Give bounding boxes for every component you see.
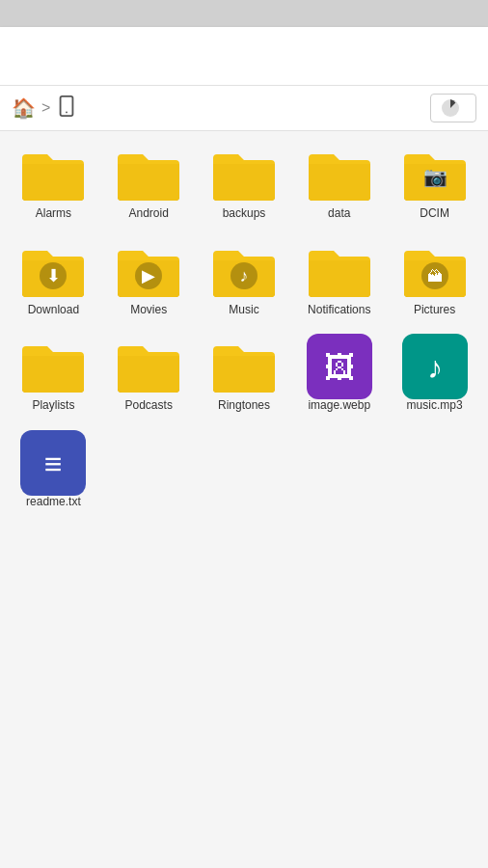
svg-text:▶: ▶ bbox=[142, 266, 155, 285]
folder-icon-android bbox=[116, 147, 181, 203]
svg-text:🏔: 🏔 bbox=[427, 268, 443, 285]
file-item-dcim[interactable]: 📷 DCIM bbox=[389, 141, 480, 228]
file-item-readme-txt[interactable]: ≡ readme.txt bbox=[8, 429, 99, 516]
file-label-notifications: Notifications bbox=[308, 303, 370, 318]
file-label-pictures: Pictures bbox=[414, 303, 455, 318]
folder-icon-movies: ▶ bbox=[116, 243, 181, 299]
svg-text:🖼: 🖼 bbox=[324, 350, 355, 385]
file-label-backups: backups bbox=[223, 206, 266, 222]
file-grid: Alarms Android backups data 📷 DCIM ⬇ Dow… bbox=[0, 131, 488, 525]
home-breadcrumb[interactable]: 🏠 bbox=[12, 96, 36, 120]
file-label-data: data bbox=[328, 206, 350, 222]
file-item-music-mp3[interactable]: ♪ music.mp3 bbox=[389, 333, 480, 420]
file-item-data[interactable]: data bbox=[293, 141, 385, 228]
folder-icon-pictures: 🏔 bbox=[402, 243, 468, 299]
file-item-music[interactable]: ♪ Music bbox=[199, 237, 290, 324]
file-item-alarms[interactable]: Alarms bbox=[8, 141, 99, 228]
file-label-download: Download bbox=[28, 303, 79, 318]
file-label-image-webp: image.webp bbox=[308, 398, 370, 414]
back-button[interactable] bbox=[8, 48, 23, 64]
file-icon-image-webp: 🖼 bbox=[307, 339, 372, 394]
storage-usage-badge bbox=[430, 94, 476, 122]
folder-icon-data bbox=[307, 147, 372, 203]
file-label-music: Music bbox=[229, 303, 258, 318]
breadcrumb-bar: 🏠 > bbox=[0, 85, 488, 131]
status-bar bbox=[0, 0, 488, 27]
file-label-playlists: Playlists bbox=[32, 398, 74, 414]
file-item-pictures[interactable]: 🏔 Pictures bbox=[389, 237, 480, 324]
svg-text:♪: ♪ bbox=[427, 350, 443, 385]
file-item-podcasts[interactable]: Podcasts bbox=[103, 333, 195, 420]
file-label-music-mp3: music.mp3 bbox=[407, 398, 463, 414]
file-label-readme-txt: readme.txt bbox=[26, 495, 81, 510]
file-item-ringtones[interactable]: Ringtones bbox=[199, 333, 290, 420]
svg-text:📷: 📷 bbox=[422, 165, 447, 188]
folder-icon-backups bbox=[211, 147, 277, 203]
folder-icon-music: ♪ bbox=[211, 243, 277, 299]
breadcrumb-chevron: > bbox=[41, 99, 50, 117]
file-label-movies: Movies bbox=[130, 303, 167, 318]
folder-icon-notifications bbox=[307, 243, 372, 299]
folder-icon-ringtones bbox=[211, 339, 277, 394]
file-item-android[interactable]: Android bbox=[103, 141, 195, 228]
svg-text:⬇: ⬇ bbox=[46, 266, 61, 285]
file-icon-music-mp3: ♪ bbox=[402, 339, 468, 394]
file-label-ringtones: Ringtones bbox=[218, 398, 270, 414]
folder-icon-download: ⬇ bbox=[20, 243, 86, 299]
file-icon-readme-txt: ≡ bbox=[20, 435, 86, 491]
folder-icon-playlists bbox=[20, 339, 86, 394]
more-options-button[interactable] bbox=[465, 48, 480, 64]
svg-text:≡: ≡ bbox=[44, 447, 63, 481]
storage-pie-chart bbox=[441, 98, 460, 118]
file-label-android: Android bbox=[129, 206, 169, 222]
file-label-dcim: DCIM bbox=[420, 206, 449, 222]
folder-icon-alarms bbox=[20, 147, 86, 203]
file-item-backups[interactable]: backups bbox=[199, 141, 290, 228]
app-bar bbox=[0, 27, 488, 85]
folder-icon-podcasts bbox=[116, 339, 181, 394]
file-item-image-webp[interactable]: 🖼 image.webp bbox=[293, 333, 385, 420]
file-item-download[interactable]: ⬇ Download bbox=[8, 237, 99, 324]
grid-view-button[interactable] bbox=[449, 48, 465, 64]
file-label-alarms: Alarms bbox=[36, 206, 71, 222]
svg-point-1 bbox=[66, 111, 68, 113]
folder-icon-dcim: 📷 bbox=[402, 147, 468, 203]
file-item-movies[interactable]: ▶ Movies bbox=[103, 237, 195, 324]
device-breadcrumb[interactable] bbox=[56, 95, 77, 122]
file-label-podcasts: Podcasts bbox=[125, 398, 173, 414]
svg-text:♪: ♪ bbox=[239, 266, 248, 285]
file-item-notifications[interactable]: Notifications bbox=[293, 237, 385, 324]
file-item-playlists[interactable]: Playlists bbox=[8, 333, 99, 420]
